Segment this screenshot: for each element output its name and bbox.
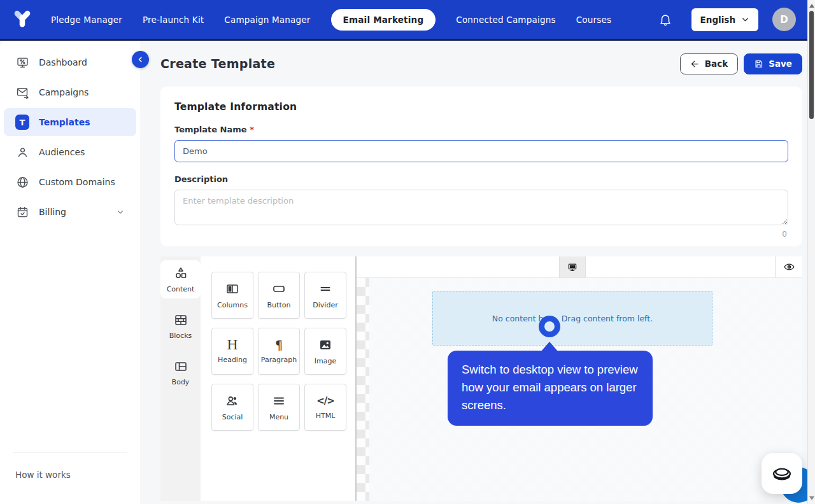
primary-nav: Pledge Manager Pre-launch Kit Campaign M…: [51, 9, 611, 31]
empty-drop-zone[interactable]: No content here. Drag content from left.: [432, 291, 712, 346]
how-it-works-link[interactable]: How it works: [15, 470, 71, 480]
sidebar: Dashboard Campaigns T Templates A: [0, 41, 140, 504]
email-preview-pane: No content here. Drag content from left.…: [357, 256, 802, 501]
chevron-down-icon: [741, 15, 749, 24]
language-label: English: [700, 15, 735, 25]
block-divider[interactable]: Divider: [304, 272, 346, 319]
sidebar-item-label: Billing: [39, 207, 66, 217]
shapes-icon: [173, 266, 188, 281]
monitor-icon: [567, 262, 578, 273]
card-title: Template Information: [174, 101, 788, 113]
sidebar-collapse-button[interactable]: [132, 51, 149, 68]
block-heading[interactable]: H Heading: [211, 328, 253, 375]
nav-item-email-marketing[interactable]: Email Marketing: [331, 9, 436, 31]
button-icon: [271, 281, 287, 297]
nav-item-courses[interactable]: Courses: [576, 15, 612, 25]
divider-icon: [318, 281, 333, 297]
brand-logo-icon[interactable]: [9, 6, 36, 33]
bricks-icon: [173, 312, 188, 328]
user-avatar[interactable]: D: [772, 8, 796, 31]
tab-content[interactable]: Content: [160, 260, 201, 298]
sidebar-item-audiences[interactable]: Audiences: [4, 138, 136, 166]
block-menu[interactable]: Menu: [258, 384, 300, 431]
code-icon: </>: [316, 395, 334, 407]
menu-icon: [271, 393, 287, 409]
template-name-input[interactable]: [174, 140, 788, 162]
block-image[interactable]: Image: [304, 328, 346, 375]
sidebar-item-custom-domains[interactable]: Custom Domains: [4, 168, 136, 196]
chat-widget-button[interactable]: [762, 453, 802, 494]
top-navbar: Pledge Manager Pre-launch Kit Campaign M…: [0, 0, 815, 39]
notifications-bell-icon[interactable]: [658, 13, 672, 27]
tab-blocks[interactable]: Blocks: [160, 307, 201, 345]
email-builder: Content Blocks Body: [160, 256, 802, 501]
heading-icon: H: [227, 339, 237, 351]
sidebar-item-templates[interactable]: T Templates: [4, 108, 136, 136]
required-asterisk: *: [250, 125, 254, 134]
preview-eye-button[interactable]: [775, 256, 802, 277]
layout-icon: [173, 359, 188, 374]
social-icon: [225, 393, 240, 409]
sidebar-item-label: Templates: [39, 117, 90, 127]
templates-icon: T: [15, 115, 29, 129]
page-title: Create Template: [160, 57, 275, 71]
scrollbar-thumb[interactable]: [809, 11, 814, 119]
nav-item-connected-campaigns[interactable]: Connected Campaigns: [456, 15, 555, 25]
nav-item-pledge-manager[interactable]: Pledge Manager: [51, 15, 122, 25]
character-counter: 0: [174, 228, 788, 241]
main-content: Create Template Back Save Template Infor…: [140, 41, 815, 504]
description-label: Description: [174, 174, 788, 184]
sidebar-item-label: Custom Domains: [39, 177, 115, 187]
page-header: Create Template Back Save: [160, 41, 802, 87]
save-disk-icon: [754, 59, 763, 69]
nav-item-prelaunch-kit[interactable]: Pre-launch Kit: [143, 15, 204, 25]
dashboard-icon: [15, 55, 29, 69]
template-information-card: Template Information Template Name * Des…: [160, 87, 802, 246]
campaigns-icon: [15, 85, 29, 99]
page-scrollbar: [807, 0, 815, 504]
block-columns[interactable]: Columns: [211, 272, 253, 319]
billing-icon: [15, 205, 29, 219]
sidebar-divider: [13, 452, 127, 452]
globe-icon: [15, 175, 29, 189]
drop-zone-message: No content here. Drag content from left.: [492, 314, 653, 323]
sidebar-item-label: Dashboard: [39, 57, 87, 67]
content-block-palette: Columns Button Divider H Heading ¶ Parag…: [201, 256, 357, 501]
preview-canvas: No content here. Drag content from left.…: [357, 278, 802, 501]
chevron-down-icon: [116, 207, 125, 216]
tour-tooltip: Switch to desktop view to preview how yo…: [448, 351, 653, 426]
description-textarea[interactable]: [174, 190, 788, 225]
builder-tab-rail: Content Blocks Body: [160, 256, 201, 501]
block-paragraph[interactable]: ¶ Paragraph: [258, 328, 300, 375]
desktop-view-button[interactable]: [559, 256, 586, 277]
tab-body[interactable]: Body: [160, 353, 201, 391]
template-name-label: Template Name *: [174, 125, 788, 134]
scroll-down-arrow[interactable]: [809, 496, 814, 500]
sidebar-item-dashboard[interactable]: Dashboard: [4, 48, 136, 76]
sidebar-item-campaigns[interactable]: Campaigns: [4, 78, 136, 106]
image-icon: [318, 337, 333, 353]
eye-icon: [783, 261, 795, 273]
back-arrow-icon: [690, 59, 700, 69]
sidebar-item-label: Audiences: [39, 147, 85, 157]
language-selector[interactable]: English: [691, 8, 758, 31]
sidebar-item-label: Campaigns: [39, 87, 89, 97]
paragraph-icon: ¶: [275, 339, 283, 351]
save-button[interactable]: Save: [744, 53, 802, 74]
audiences-icon: [15, 145, 29, 159]
block-social[interactable]: Social: [211, 384, 253, 431]
tour-beacon[interactable]: [539, 316, 560, 337]
nav-item-campaign-manager[interactable]: Campaign Manager: [224, 15, 310, 25]
sidebar-item-billing[interactable]: Billing: [4, 198, 136, 226]
buzzer-button-icon: [770, 461, 794, 486]
tour-tooltip-text: Switch to desktop view to preview how yo…: [462, 363, 638, 412]
scroll-up-arrow[interactable]: [809, 4, 814, 8]
back-button[interactable]: Back: [680, 53, 738, 74]
chevron-left-icon: [136, 55, 145, 64]
block-html[interactable]: </> HTML: [304, 384, 346, 431]
preview-toolbar: [357, 256, 802, 278]
block-button[interactable]: Button: [258, 272, 300, 319]
columns-icon: [225, 281, 240, 297]
